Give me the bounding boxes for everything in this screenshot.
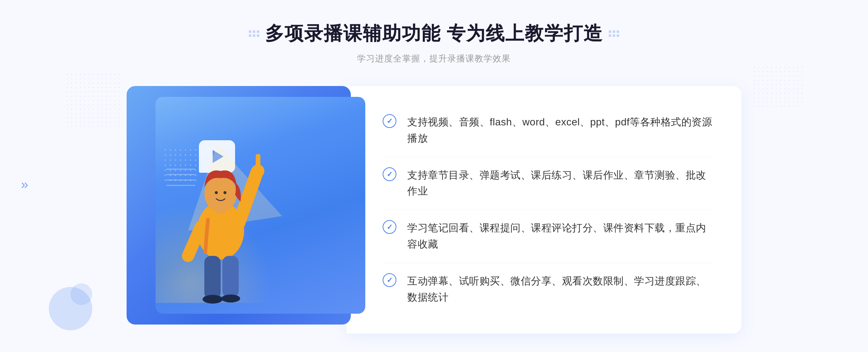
chevron-left-icon: » xyxy=(21,177,25,192)
svg-point-16 xyxy=(215,191,218,194)
check-circle-1: ✓ xyxy=(383,114,396,128)
svg-line-11 xyxy=(188,227,201,256)
header-section: 多项录播课辅助功能 专为线上教学打造 学习进度全掌握，提升录播课教学效果 xyxy=(249,21,619,64)
bg-dots-left xyxy=(65,72,123,130)
illustration-card xyxy=(127,86,351,325)
feature-text-1: 支持视频、音频、flash、word、excel、ppt、pdf等各种格式的资源… xyxy=(407,114,712,147)
check-circle-3: ✓ xyxy=(383,220,396,234)
feature-item-2: ✓ 支持章节目录、弹题考试、课后练习、课后作业、章节测验、批改作业 xyxy=(383,157,712,210)
feature-text-2: 支持章节目录、弹题考试、课后练习、课后作业、章节测验、批改作业 xyxy=(407,167,712,200)
page-sub-title: 学习进度全掌握，提升录播课教学效果 xyxy=(249,53,619,64)
title-row: 多项录播课辅助功能 专为线上教学打造 xyxy=(249,21,619,46)
circle-small xyxy=(71,283,92,305)
svg-rect-13 xyxy=(256,154,260,172)
content-area: ✓ 支持视频、音频、flash、word、excel、ppt、pdf等各种格式的… xyxy=(127,86,741,334)
check-circle-2: ✓ xyxy=(383,167,396,181)
title-dots-left xyxy=(249,30,259,37)
svg-point-15 xyxy=(204,176,237,212)
check-mark-2: ✓ xyxy=(387,171,393,178)
title-dots-right xyxy=(609,30,619,37)
feature-item-3: ✓ 学习笔记回看、课程提问、课程评论打分、课件资料下载，重点内容收藏 xyxy=(383,210,712,263)
feature-item-1: ✓ 支持视频、音频、flash、word、excel、ppt、pdf等各种格式的… xyxy=(383,104,712,157)
check-mark-1: ✓ xyxy=(387,117,393,125)
features-panel: ✓ 支持视频、音频、flash、word、excel、ppt、pdf等各种格式的… xyxy=(346,86,741,334)
svg-rect-6 xyxy=(204,256,221,299)
feature-text-4: 互动弹幕、试听购买、微信分享、观看次数限制、学习进度跟踪、数据统计 xyxy=(407,273,712,306)
page-main-title: 多项录播课辅助功能 专为线上教学打造 xyxy=(265,21,603,46)
check-circle-4: ✓ xyxy=(383,273,396,287)
svg-point-9 xyxy=(221,295,240,302)
svg-point-17 xyxy=(224,191,226,194)
feature-item-4: ✓ 互动弹幕、试听购买、微信分享、观看次数限制、学习进度跟踪、数据统计 xyxy=(383,263,712,316)
check-mark-3: ✓ xyxy=(387,223,393,231)
bg-dots-right xyxy=(752,65,803,108)
svg-rect-7 xyxy=(222,256,239,297)
person-illustration xyxy=(145,115,297,325)
svg-point-8 xyxy=(203,295,223,304)
check-mark-4: ✓ xyxy=(387,276,393,284)
page-container: » 多项录播课辅助功能 专为线上教学打造 学习进度全掌握，提升录播课教学效果 xyxy=(0,0,868,352)
feature-text-3: 学习笔记回看、课程提问、课程评论打分、课件资料下载，重点内容收藏 xyxy=(407,220,712,253)
